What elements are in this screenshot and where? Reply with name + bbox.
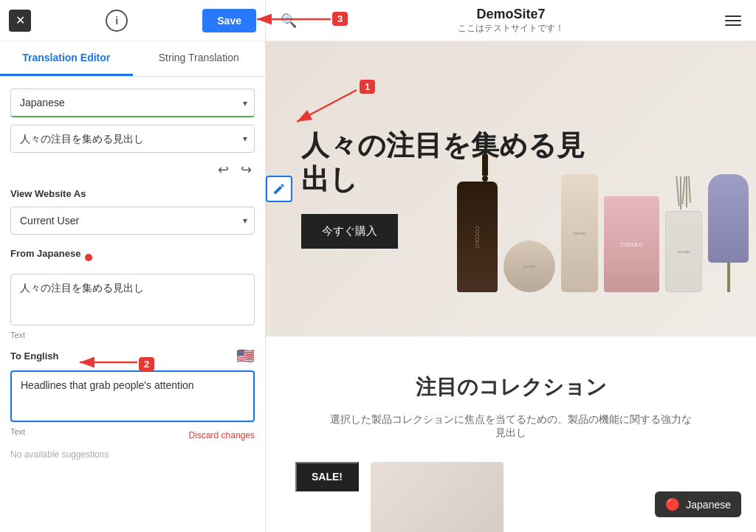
red-dot-indicator <box>85 254 92 261</box>
hamburger-line-2 <box>725 20 741 21</box>
search-icon[interactable]: 🔍 <box>281 13 297 29</box>
us-flag-icon: 🇺🇸 <box>236 347 255 365</box>
to-english-sub-label: Text <box>10 427 25 436</box>
collection-desc: 選択した製品コレクションに焦点を当てるための、製品の機能に関する強力な見出し <box>326 413 695 440</box>
from-japanese-sub-label: Text <box>10 331 255 339</box>
view-as-dropdown[interactable]: Current User <box>10 207 255 235</box>
lang-flag-icon: 🔴 <box>665 497 680 511</box>
tab-bar: Translation Editor String Translation <box>0 41 265 77</box>
discard-changes-link[interactable]: Discard changes <box>189 430 255 441</box>
lang-switcher-label: Japanese <box>686 499 731 511</box>
left-panel: ✕ i Save Translation Editor String Trans… <box>0 0 266 532</box>
product-pink-bottle: COCOLO <box>604 196 659 292</box>
language-dropdown[interactable]: Japanese <box>10 89 255 117</box>
product-glass-diffuser: cocolo <box>665 176 702 292</box>
view-as-select-wrapper: Current User ▾ <box>10 207 255 235</box>
right-panel: 🔍 DemoSite7 ここはテストサイトです！ 人々の注目を集める見出し 今す… <box>266 0 756 532</box>
collection-title: 注目のコレクション <box>281 373 741 401</box>
product-round-jar: cocolo <box>504 241 555 292</box>
site-title: DemoSite7 <box>458 7 564 22</box>
language-select-wrapper: Japanese ▾ <box>10 89 255 117</box>
undo-redo-bar: ↩ ↪ <box>10 160 255 179</box>
close-button[interactable]: ✕ <box>9 10 31 32</box>
save-button[interactable]: Save <box>202 9 256 32</box>
product-lavender <box>708 174 749 292</box>
from-japanese-label-row: From Japanese <box>10 248 92 266</box>
edit-pencil-button[interactable] <box>266 176 292 202</box>
product-pump-bottle: COCOLO <box>457 153 498 292</box>
product-tall-bottle: cocolo <box>561 174 598 292</box>
string-select-wrapper: 人々の注目を集める見出し ▾ <box>10 125 255 153</box>
hamburger-line-3 <box>725 24 741 26</box>
site-header: 🔍 DemoSite7 ここはテストサイトです！ <box>266 0 756 41</box>
panel-content: Japanese ▾ 人々の注目を集める見出し ▾ ↩ ↪ View Websi… <box>0 77 265 532</box>
tab-string-translation[interactable]: String Translation <box>133 41 266 76</box>
to-english-label: To English <box>10 350 58 362</box>
hero-section: 人々の注目を集める見出し 今すぐ購入 COCOLO cocolo <box>266 41 756 336</box>
redo-button[interactable]: ↪ <box>238 160 255 179</box>
hamburger-line-1 <box>725 15 741 17</box>
hero-products: COCOLO cocolo cocolo <box>462 41 756 336</box>
language-switcher[interactable]: 🔴 Japanese <box>655 491 741 517</box>
hamburger-menu[interactable] <box>725 15 741 26</box>
info-button[interactable]: i <box>106 10 128 32</box>
top-bar: ✕ i Save <box>0 0 265 41</box>
site-subtitle: ここはテストサイトです！ <box>458 22 564 35</box>
suggestions-label: No available suggestions <box>10 449 255 460</box>
from-japanese-label: From Japanese <box>10 248 80 259</box>
undo-button[interactable]: ↩ <box>215 160 232 179</box>
view-website-as-label: View Website As <box>10 188 255 199</box>
hero-buy-button[interactable]: 今すぐ購入 <box>301 214 398 249</box>
site-title-block: DemoSite7 ここはテストサイトです！ <box>458 7 564 35</box>
tab-translation-editor[interactable]: Translation Editor <box>0 41 133 76</box>
product-card-image <box>371 462 504 532</box>
string-dropdown[interactable]: 人々の注目を集める見出し <box>10 125 255 153</box>
pencil-icon <box>272 182 286 196</box>
to-english-row: To English 🇺🇸 <box>10 347 255 365</box>
to-english-textarea[interactable]: Headlines that grab people's attention <box>10 370 255 422</box>
sale-badge-button[interactable]: SALE! <box>295 462 359 491</box>
from-japanese-textarea[interactable]: 人々の注目を集める見出し <box>10 274 255 325</box>
from-japanese-row: From Japanese <box>10 248 255 266</box>
